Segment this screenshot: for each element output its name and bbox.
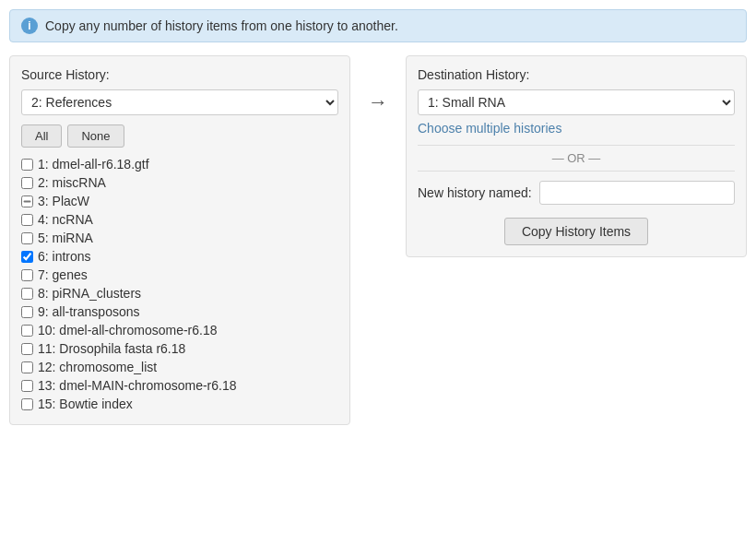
item-checkbox[interactable] <box>21 195 33 207</box>
item-label: 11: Drosophila fasta r6.18 <box>38 341 185 356</box>
item-label: 3: PlacW <box>38 194 89 208</box>
source-label: Source History: <box>21 67 338 82</box>
item-label: 13: dmel-MAIN-chromosome-r6.18 <box>38 378 237 393</box>
info-banner: i Copy any number of history items from … <box>9 9 747 42</box>
new-history-label: New history named: <box>418 185 532 200</box>
list-item: 11: Drosophila fasta r6.18 <box>21 339 338 358</box>
item-checkbox[interactable] <box>21 214 33 226</box>
info-text: Copy any number of history items from on… <box>45 18 398 33</box>
info-icon: i <box>21 18 38 34</box>
list-item: 12: chromosome_list <box>21 358 338 376</box>
destination-label: Destination History: <box>418 67 735 82</box>
list-item: 2: miscRNA <box>21 173 338 192</box>
destination-history-select[interactable]: 1: Small RNA2: References <box>418 89 735 115</box>
list-item: 4: ncRNA <box>21 210 338 229</box>
item-checkbox[interactable] <box>21 269 33 281</box>
list-item: 8: piRNA_clusters <box>21 284 338 302</box>
source-history-select[interactable]: 2: References1: Small RNA <box>21 89 338 115</box>
item-label: 10: dmel-all-chromosome-r6.18 <box>38 323 218 338</box>
list-item: 6: introns <box>21 247 338 266</box>
list-item: 15: Bowtie index <box>21 395 338 413</box>
list-item: 5: miRNA <box>21 229 338 247</box>
arrow-icon: → <box>368 90 388 114</box>
new-history-row: New history named: <box>418 181 735 205</box>
list-item: 9: all-transposons <box>21 302 338 321</box>
list-item: 7: genes <box>21 266 338 284</box>
item-checkbox[interactable] <box>21 177 33 189</box>
items-list: 1: dmel-all-r6.18.gtf2: miscRNA3: PlacW4… <box>21 155 338 413</box>
new-history-input[interactable] <box>539 181 735 205</box>
list-item: 1: dmel-all-r6.18.gtf <box>21 155 338 173</box>
item-checkbox[interactable] <box>21 398 33 410</box>
item-checkbox[interactable] <box>21 251 33 263</box>
destination-panel: Destination History: 1: Small RNA2: Refe… <box>406 55 747 257</box>
or-divider: — OR — <box>418 145 735 172</box>
all-button[interactable]: All <box>21 124 62 148</box>
choose-multiple-link[interactable]: Choose multiple histories <box>418 121 735 136</box>
item-checkbox[interactable] <box>21 288 33 300</box>
item-checkbox[interactable] <box>21 380 33 392</box>
item-label: 4: ncRNA <box>38 212 93 227</box>
item-label: 15: Bowtie index <box>38 397 133 411</box>
item-label: 2: miscRNA <box>38 175 106 190</box>
item-label: 5: miRNA <box>38 231 93 245</box>
item-label: 9: all-transposons <box>38 304 140 319</box>
item-label: 8: piRNA_clusters <box>38 286 141 301</box>
copy-history-items-button[interactable]: Copy History Items <box>504 218 648 245</box>
item-checkbox[interactable] <box>21 361 33 373</box>
item-checkbox[interactable] <box>21 343 33 355</box>
list-item: 10: dmel-all-chromosome-r6.18 <box>21 321 338 339</box>
item-label: 6: introns <box>38 249 91 264</box>
item-label: 12: chromosome_list <box>38 360 157 374</box>
list-item: 3: PlacW <box>21 192 338 210</box>
list-item: 13: dmel-MAIN-chromosome-r6.18 <box>21 376 338 395</box>
item-checkbox[interactable] <box>21 159 33 171</box>
item-checkbox[interactable] <box>21 325 33 337</box>
main-layout: Source History: 2: References1: Small RN… <box>0 55 756 425</box>
item-label: 1: dmel-all-r6.18.gtf <box>38 157 149 172</box>
source-panel: Source History: 2: References1: Small RN… <box>9 55 350 425</box>
item-checkbox[interactable] <box>21 306 33 318</box>
item-label: 7: genes <box>38 267 88 282</box>
none-button[interactable]: None <box>67 124 124 148</box>
arrow-container: → <box>350 55 406 114</box>
item-checkbox[interactable] <box>21 232 33 244</box>
select-all-none-row: All None <box>21 124 338 148</box>
